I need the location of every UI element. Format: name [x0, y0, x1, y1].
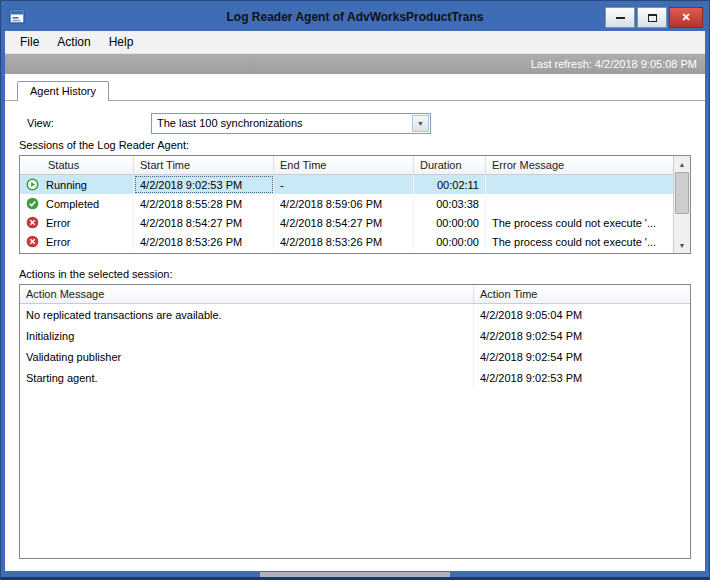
close-button[interactable]: ✕ [669, 7, 703, 28]
maximize-icon [648, 14, 657, 22]
view-label: View: [19, 117, 151, 129]
log-reader-agent-window: Log Reader Agent of AdvWorksProductTrans… [0, 0, 710, 580]
view-row: View: The last 100 synchronizations ▼ [19, 111, 691, 135]
error-message-cell [486, 194, 673, 213]
actions-label-text: Actions in the selected session: [19, 268, 172, 280]
actions-table: Action Message Action Time No replicated… [19, 284, 691, 559]
actions-table-header: Action Message Action Time [20, 285, 690, 304]
status-strip: Last refresh: 4/2/2018 9:05:08 PM [5, 54, 705, 74]
completed-icon [26, 197, 39, 210]
minimize-button[interactable] [605, 7, 635, 28]
session-row-completed[interactable]: Completed 4/2/2018 8:55:28 PM 4/2/2018 8… [20, 194, 673, 213]
sessions-section-label: Sessions of the Log Reader Agent: [19, 135, 691, 155]
resize-grip[interactable] [260, 572, 450, 577]
menu-action[interactable]: Action [48, 32, 99, 52]
column-header-end-time[interactable]: End Time [274, 156, 414, 174]
column-header-action-message[interactable]: Action Message [20, 285, 474, 303]
status-cell: Completed [20, 194, 134, 213]
sessions-table-main: Status Start Time End Time Duration Erro… [20, 156, 673, 253]
tab-page: View: The last 100 synchronizations ▼ Se… [5, 101, 705, 571]
last-refresh-label: Last refresh: 4/2/2018 9:05:08 PM [531, 58, 697, 70]
column-header-action-time[interactable]: Action Time [474, 285, 690, 303]
scrollbar-thumb[interactable] [675, 172, 689, 214]
session-row-error-2[interactable]: Error 4/2/2018 8:53:26 PM 4/2/2018 8:53:… [20, 232, 673, 251]
end-time-cell: 4/2/2018 8:53:26 PM [274, 232, 414, 251]
sessions-scrollbar[interactable]: ▲ ▼ [673, 156, 690, 253]
action-time-cell: 4/2/2018 9:02:53 PM [474, 367, 690, 388]
status-text: Error [46, 217, 70, 229]
title-bar[interactable]: Log Reader Agent of AdvWorksProductTrans… [5, 3, 705, 31]
column-header-error-message[interactable]: Error Message [486, 156, 673, 174]
action-message-cell: No replicated transactions are available… [20, 304, 474, 325]
action-time-cell: 4/2/2018 9:02:54 PM [474, 325, 690, 346]
error-icon [26, 235, 39, 248]
session-row-error-1[interactable]: Error 4/2/2018 8:54:27 PM 4/2/2018 8:54:… [20, 213, 673, 232]
end-time-cell: 4/2/2018 8:54:27 PM [274, 213, 414, 232]
status-cell: Error [20, 232, 134, 251]
window-body: File Action Help Last refresh: 4/2/2018 … [5, 31, 705, 571]
window-title: Log Reader Agent of AdvWorksProductTrans [5, 3, 705, 31]
actions-table-empty-area [20, 388, 690, 558]
tab-agent-history[interactable]: Agent History [17, 81, 109, 101]
caption-buttons: ✕ [605, 6, 703, 28]
action-time-cell: 4/2/2018 9:02:54 PM [474, 346, 690, 367]
session-row-running[interactable]: Running 4/2/2018 9:02:53 PM - 00:02:11 [20, 175, 673, 194]
view-combobox-dropdown-button[interactable]: ▼ [412, 115, 429, 132]
menu-help[interactable]: Help [100, 32, 143, 52]
app-icon [9, 9, 26, 25]
status-text: Completed [46, 198, 99, 210]
spacer [19, 254, 691, 264]
minimize-icon [616, 16, 625, 19]
running-icon [26, 178, 39, 191]
content-area: Agent History View: The last 100 synchro… [5, 74, 705, 571]
error-message-cell: The process could not execute '... [486, 232, 673, 251]
status-text: Error [46, 236, 70, 248]
maximize-button[interactable] [637, 7, 667, 28]
column-header-status[interactable]: Status [20, 156, 134, 174]
scroll-down-icon: ▼ [679, 242, 686, 249]
action-row[interactable]: Validating publisher 4/2/2018 9:02:54 PM [20, 346, 690, 367]
action-message-cell: Validating publisher [20, 346, 474, 367]
sessions-table: Status Start Time End Time Duration Erro… [19, 155, 691, 254]
error-message-cell [486, 175, 673, 194]
sessions-label-text: Sessions of the Log Reader Agent: [19, 139, 189, 151]
scroll-down-button[interactable]: ▼ [674, 237, 690, 253]
duration-cell: 00:02:11 [414, 175, 486, 194]
start-time-cell: 4/2/2018 9:02:53 PM [134, 175, 274, 194]
duration-cell: 00:00:00 [414, 213, 486, 232]
end-time-cell: - [274, 175, 414, 194]
action-message-cell: Starting agent. [20, 367, 474, 388]
scroll-up-icon: ▲ [679, 161, 686, 168]
duration-cell: 00:03:38 [414, 194, 486, 213]
close-icon: ✕ [681, 11, 690, 24]
tab-strip: Agent History [5, 74, 705, 101]
action-row[interactable]: Starting agent. 4/2/2018 9:02:53 PM [20, 367, 690, 388]
actions-table-main: Action Message Action Time No replicated… [20, 285, 690, 558]
sessions-table-header: Status Start Time End Time Duration Erro… [20, 156, 673, 175]
action-message-cell: Initializing [20, 325, 474, 346]
column-header-duration[interactable]: Duration [414, 156, 486, 174]
status-text: Running [46, 179, 87, 191]
column-header-start-time[interactable]: Start Time [134, 156, 274, 174]
status-cell: Error [20, 213, 134, 232]
start-time-cell: 4/2/2018 8:53:26 PM [134, 232, 274, 251]
chevron-down-icon: ▼ [417, 120, 424, 127]
actions-section-label: Actions in the selected session: [19, 264, 691, 284]
view-combobox-value: The last 100 synchronizations [152, 117, 411, 129]
action-row[interactable]: No replicated transactions are available… [20, 304, 690, 325]
start-time-cell: 4/2/2018 8:55:28 PM [134, 194, 274, 213]
error-icon [26, 216, 39, 229]
view-combobox[interactable]: The last 100 synchronizations ▼ [151, 113, 431, 134]
action-row[interactable]: Initializing 4/2/2018 9:02:54 PM [20, 325, 690, 346]
status-cell: Running [20, 175, 134, 194]
scrollbar-track[interactable] [674, 214, 690, 237]
error-message-cell: The process could not execute '... [486, 213, 673, 232]
action-time-cell: 4/2/2018 9:05:04 PM [474, 304, 690, 325]
end-time-cell: 4/2/2018 8:59:06 PM [274, 194, 414, 213]
scroll-up-button[interactable]: ▲ [674, 156, 690, 172]
duration-cell: 00:00:00 [414, 232, 486, 251]
menu-file[interactable]: File [11, 32, 48, 52]
menu-bar: File Action Help [5, 31, 705, 54]
start-time-cell: 4/2/2018 8:54:27 PM [134, 213, 274, 232]
